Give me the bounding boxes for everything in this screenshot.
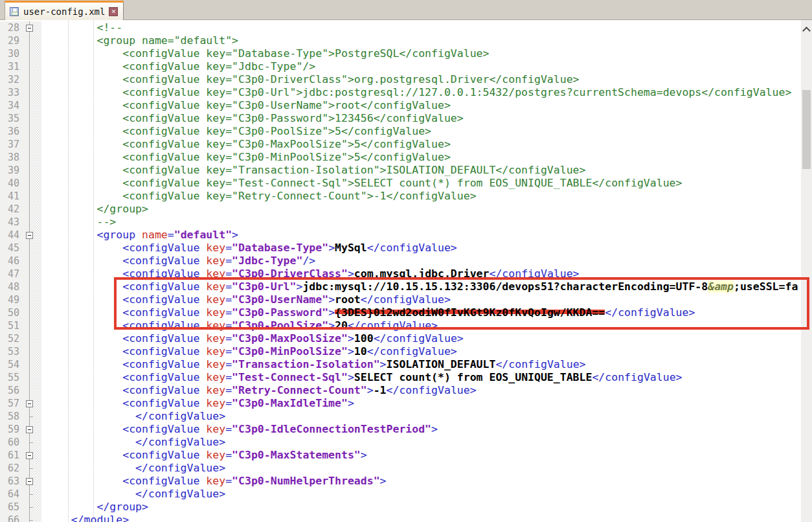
code-lines: 28 <!--29 <group name="default">30 <conf… [0, 20, 812, 522]
fold-margin [24, 34, 36, 47]
line-number: 30 [0, 47, 24, 60]
code-text[interactable]: <!-- [41, 21, 812, 34]
fold-margin [24, 125, 36, 138]
code-line: 30 <configValue key="Database-Type">Post… [0, 47, 812, 60]
margin-separator [36, 86, 41, 99]
line-number: 31 [0, 60, 24, 73]
code-text[interactable]: <configValue key="C3p0-IdleConnectionTes… [41, 423, 812, 436]
code-text[interactable]: <configValue key="C3p0-UserName">root</c… [41, 99, 812, 112]
fold-margin [24, 332, 36, 345]
code-text[interactable]: <configValue key="Transaction-Isolation"… [41, 358, 812, 371]
margin-separator [36, 47, 41, 60]
tab-user-config-xml[interactable]: user-config.xml ✕ [5, 1, 124, 20]
code-text[interactable]: <configValue key="C3p0-MaxPoolSize">5</c… [41, 138, 812, 151]
code-editor[interactable]: 28 <!--29 <group name="default">30 <conf… [0, 20, 812, 522]
code-line: 55 <configValue key="Test-Connect-Sql">S… [0, 371, 812, 384]
fold-margin [24, 73, 36, 86]
code-line: 50 <configValue key="C3p0-Password">{3DE… [0, 306, 812, 319]
code-text[interactable]: <configValue key="C3p0-DriverClass">com.… [41, 267, 812, 280]
margin-separator [36, 151, 41, 164]
fold-toggle-icon[interactable] [24, 397, 36, 410]
code-text[interactable]: <group name="default"> [41, 229, 812, 242]
line-number: 64 [0, 488, 24, 501]
code-text[interactable]: <configValue key="Jdbc-Type"/> [41, 60, 812, 73]
fold-margin [24, 138, 36, 151]
code-text[interactable]: <configValue key="C3p0-PoolSize">20</con… [41, 319, 812, 332]
line-number: 66 [0, 514, 24, 522]
code-line: 29 <group name="default"> [0, 34, 812, 47]
code-line: 63 <configValue key="C3p0-NumHelperThrea… [0, 475, 812, 488]
code-text[interactable]: <configValue key="Retry-Connect-Count">-… [41, 384, 812, 397]
line-number: 62 [0, 462, 24, 475]
save-icon [10, 7, 19, 16]
margin-separator [36, 125, 41, 138]
code-text[interactable]: <configValue key="Test-Connect-Sql">SELE… [41, 177, 812, 190]
code-line: 43 --> [0, 216, 812, 229]
code-text[interactable]: <configValue key="Retry-Connect-Count">-… [41, 190, 812, 203]
code-text[interactable]: </module> [41, 514, 812, 522]
margin-separator [36, 501, 41, 514]
margin-separator [36, 164, 41, 177]
margin-separator [36, 306, 41, 319]
close-icon[interactable]: ✕ [109, 7, 118, 16]
fold-toggle-icon[interactable] [24, 449, 36, 462]
code-line: 44 <group name="default"> [0, 229, 812, 242]
fold-toggle-icon[interactable] [24, 423, 36, 436]
margin-separator [36, 293, 41, 306]
code-text[interactable]: </configValue> [41, 410, 812, 423]
fold-margin [24, 501, 36, 514]
code-text[interactable]: </group> [41, 203, 812, 216]
code-text[interactable]: <configValue key="C3p0-Url">jdbc:postgre… [41, 86, 812, 99]
line-number: 34 [0, 99, 24, 112]
code-line: 47 <configValue key="C3p0-DriverClass">c… [0, 267, 812, 280]
code-text[interactable]: <configValue key="C3p0-DriverClass">org.… [41, 73, 812, 86]
code-text[interactable]: <configValue key="C3p0-NumHelperThreads"… [41, 475, 812, 488]
code-text[interactable]: <configValue key="C3p0-Password">123456<… [41, 112, 812, 125]
fold-margin [24, 216, 36, 229]
code-text[interactable]: <configValue key="Jdbc-Type"/> [41, 255, 812, 267]
code-text[interactable]: <configValue key="C3p0-MinPoolSize">5</c… [41, 151, 812, 164]
code-text[interactable]: <configValue key="C3p0-Password">{3DES}0… [41, 306, 812, 319]
code-line: 48 <configValue key="C3p0-Url">jdbc:mysq… [0, 280, 812, 293]
code-line: 57 <configValue key="C3p0-MaxIdleTime"> [0, 397, 812, 410]
margin-separator [36, 462, 41, 475]
code-text[interactable]: --> [41, 216, 812, 229]
code-text[interactable]: <group name="default"> [41, 34, 812, 47]
code-line: 38 <configValue key="C3p0-MinPoolSize">5… [0, 151, 812, 164]
code-text[interactable]: <configValue key="C3p0-MinPoolSize">10</… [41, 345, 812, 358]
code-text[interactable]: </configValue> [41, 488, 812, 501]
code-text[interactable]: </group> [41, 501, 812, 514]
code-text[interactable]: <configValue key="C3p0-MaxIdleTime"> [41, 397, 812, 410]
fold-toggle-icon[interactable] [24, 475, 36, 488]
line-number: 54 [0, 358, 24, 371]
line-number: 32 [0, 73, 24, 86]
code-text[interactable]: </configValue> [41, 462, 812, 475]
code-text[interactable]: <configValue key="Transaction-Isolation"… [41, 164, 812, 177]
code-text[interactable]: <configValue key="C3p0-MaxStatements"> [41, 449, 812, 462]
code-text[interactable]: <configValue key="Test-Connect-Sql">SELE… [41, 371, 812, 384]
code-text[interactable]: <configValue key="C3p0-UserName">root</c… [41, 293, 812, 306]
line-number: 52 [0, 332, 24, 345]
code-text[interactable]: <configValue key="Database-Type">MySql</… [41, 242, 812, 255]
fold-margin [24, 242, 36, 255]
scroll-up-arrow-icon[interactable] [804, 27, 809, 32]
code-text[interactable]: <configValue key="C3p0-Url">jdbc:mysql:/… [41, 280, 812, 293]
code-text[interactable]: <configValue key="C3p0-PoolSize">5</conf… [41, 125, 812, 138]
code-text[interactable]: <configValue key="Database-Type">Postgre… [41, 47, 812, 60]
scrollbar-thumb[interactable] [802, 90, 811, 169]
margin-separator [36, 410, 41, 423]
fold-margin [24, 436, 36, 449]
margin-separator [36, 514, 41, 522]
fold-margin [24, 99, 36, 112]
code-text[interactable]: <configValue key="C3p0-MaxPoolSize">100<… [41, 332, 812, 345]
fold-toggle-icon[interactable] [24, 21, 36, 34]
code-line: 31 <configValue key="Jdbc-Type"/> [0, 60, 812, 73]
vertical-scrollbar[interactable] [801, 20, 812, 522]
fold-toggle-icon[interactable] [24, 229, 36, 242]
code-text[interactable]: </configValue> [41, 436, 812, 449]
fold-margin [24, 371, 36, 384]
code-line: 40 <configValue key="Test-Connect-Sql">S… [0, 177, 812, 190]
margin-separator [36, 358, 41, 371]
fold-margin [24, 358, 36, 371]
fold-margin [24, 462, 36, 475]
